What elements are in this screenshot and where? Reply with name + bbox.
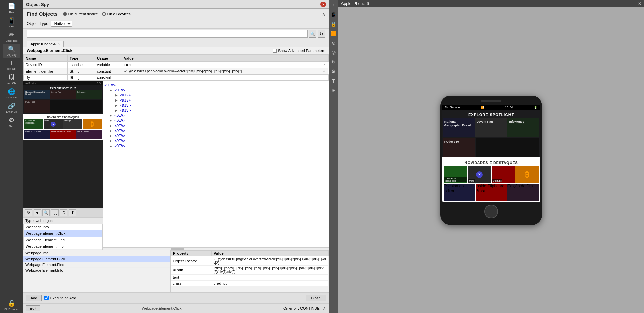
xml-expand-icon[interactable]: ▶: [110, 139, 112, 143]
xml-node[interactable]: <DIV>: [114, 118, 125, 123]
add-button[interactable]: Add: [26, 295, 42, 301]
sidebar-text-obj-item[interactable]: T Tex Obj: [3, 58, 20, 72]
xml-expand-icon[interactable]: ▶: [110, 113, 112, 118]
xml-node[interactable]: <DIV>: [114, 124, 125, 128]
xml-row[interactable]: <DIV>: [104, 83, 327, 88]
horiz-thumb[interactable]: [171, 248, 184, 250]
table-row: text: [171, 275, 329, 281]
dialog-close-button[interactable]: ✕: [320, 2, 326, 7]
nov-row2: Escolha do Editor Inside Flipboard Brasi…: [444, 184, 539, 201]
type-list-item-webpage-info[interactable]: Webpage.Info: [24, 224, 102, 230]
xml-row[interactable]: ▶ <DIV>: [104, 143, 327, 149]
xml-row[interactable]: ▶ <DIV>: [104, 138, 327, 143]
xml-expand-icon[interactable]: ▶: [110, 134, 112, 138]
execute-on-add-checkbox[interactable]: [44, 296, 49, 300]
edit-button[interactable]: Edit: [26, 305, 40, 311]
xml-row[interactable]: ▶ <DIV>: [104, 108, 327, 113]
preview-search-btn[interactable]: 🔍: [42, 209, 50, 216]
rs-grid-icon[interactable]: ⊞: [330, 87, 337, 94]
object-type-select[interactable]: Native Web: [51, 21, 72, 27]
xml-row[interactable]: ▶ <DIV>: [104, 93, 327, 98]
xml-row[interactable]: ▶ <DIV>: [104, 88, 327, 93]
xml-node[interactable]: <DIV>: [114, 88, 125, 92]
close-button[interactable]: Close: [306, 295, 326, 301]
tab-apple-iphone6[interactable]: Apple iPhone-6 ✕: [27, 41, 64, 47]
collapse-button[interactable]: ∧: [322, 11, 325, 17]
table-row[interactable]: Webpage.Element.Click: [23, 256, 170, 262]
xml-node[interactable]: <DIV>: [120, 103, 131, 108]
tab-close-icon[interactable]: ✕: [57, 42, 60, 46]
xml-horizontal-scrollbar[interactable]: [103, 247, 329, 250]
preview-refresh-btn[interactable]: ↻: [25, 209, 32, 216]
rs-target-icon[interactable]: ◎: [330, 49, 337, 56]
sidebar-rep-item[interactable]: ⚙ Rep: [3, 115, 20, 129]
rs-circle-icon[interactable]: ⊙: [330, 39, 337, 47]
xml-expand-icon[interactable]: ▶: [110, 118, 112, 123]
xml-expand-icon[interactable]: ▶: [115, 98, 118, 103]
xml-node[interactable]: <DIV>: [120, 98, 131, 103]
status-chevron-icon[interactable]: ∧: [323, 306, 326, 311]
phone-home-button[interactable]: [484, 205, 498, 218]
type-list-item-element-find[interactable]: Webpage.Element.Find: [24, 237, 102, 243]
sidebar-enter-text-item[interactable]: ✏ Enter text: [3, 30, 20, 43]
xml-node[interactable]: <DIV>: [114, 139, 125, 143]
device-minimize-button[interactable]: —: [632, 1, 637, 6]
xml-expand-icon[interactable]: ▶: [110, 124, 112, 128]
sidebar-device-item[interactable]: 📱 Dev: [3, 16, 20, 29]
search-button[interactable]: 🔍: [309, 30, 316, 38]
rs-refresh-icon[interactable]: ↻: [330, 58, 337, 66]
bitcoin-symbol: ₿: [525, 170, 529, 179]
xml-node[interactable]: <DIV>: [114, 134, 125, 138]
xml-row[interactable]: ▶ <DIV>: [104, 123, 327, 128]
device-close-button[interactable]: ✕: [638, 1, 641, 6]
sidebar-object-spy-item[interactable]: 🔍 Obj Spy: [3, 44, 20, 58]
execute-on-add-label[interactable]: Execute on Add: [44, 296, 76, 300]
on-current-device-radio[interactable]: On current device: [63, 12, 98, 16]
sidebar-image-obj-item[interactable]: 🖼 Ima Obj: [3, 72, 20, 86]
xml-row[interactable]: ▶ <DIV>: [104, 133, 327, 138]
xml-row[interactable]: ▶ <DIV>: [104, 128, 327, 133]
xml-row[interactable]: ▶ <DIV>: [104, 118, 327, 123]
xml-node[interactable]: <DIV>: [120, 93, 131, 97]
props-scroll[interactable]: Webpage.Info Webpage.Element.Click Webpa…: [23, 250, 170, 292]
xml-row[interactable]: ▶ <DIV>: [104, 98, 327, 103]
on-all-devices-radio[interactable]: On all devices: [102, 12, 131, 16]
xml-expand-icon[interactable]: ▶: [115, 93, 118, 97]
xml-expand-icon[interactable]: ▶: [110, 88, 112, 92]
show-advanced-checkbox[interactable]: [273, 49, 277, 53]
xml-expand-icon[interactable]: ▶: [115, 108, 118, 113]
rs-text-icon[interactable]: T: [330, 77, 337, 85]
tabs-row: Apple iPhone-6 ✕: [23, 39, 329, 47]
type-list-item-element-info[interactable]: Webpage.Element.Info: [24, 243, 102, 250]
xml-node[interactable]: <DIV>: [120, 108, 131, 113]
search-input[interactable]: [27, 30, 308, 38]
xml-row[interactable]: ▶ <DIV>: [104, 103, 327, 108]
sidebar-enter-url-item[interactable]: 🔗 Enter Url: [3, 101, 20, 114]
xml-node[interactable]: <DIV>: [114, 129, 125, 133]
preview-export-btn[interactable]: ⬆: [69, 209, 76, 216]
xml-node[interactable]: <DIV>: [104, 83, 116, 87]
xml-node[interactable]: <DIV>: [114, 144, 125, 148]
rs-chevron-right-icon[interactable]: ›: [330, 1, 337, 9]
device-title: Apple iPhone-6: [341, 1, 369, 6]
type-list-item-element-click[interactable]: Webpage.Element.Click: [24, 230, 102, 237]
xml-tree[interactable]: <DIV> ▶ <DIV> ▶ <DIV> ▶ <DIV>: [103, 81, 329, 247]
rs-device-icon[interactable]: 📱: [330, 11, 337, 18]
xml-node[interactable]: <DIV>: [114, 113, 125, 118]
sidebar-mobile-web-item[interactable]: 🌐 Mob We: [3, 87, 20, 100]
xml-row[interactable]: ▶ <DIV>: [104, 113, 327, 118]
show-advanced-label[interactable]: Show Advanced Parameters: [273, 49, 325, 53]
sidebar-file-item[interactable]: 📄 File: [3, 1, 20, 15]
xml-expand-icon[interactable]: ▶: [115, 103, 118, 108]
preview-fullscreen-btn[interactable]: ⛶: [51, 209, 59, 216]
rs-lock-icon[interactable]: 🔒: [330, 20, 337, 28]
rs-signal-icon[interactable]: 📶: [330, 30, 337, 37]
values-scroll[interactable]: Property Value Object Locator //*[@class…: [171, 250, 329, 292]
preview-zoom-btn[interactable]: ⊕: [60, 209, 67, 216]
rs-settings-icon[interactable]: ⚙: [330, 68, 337, 75]
preview-filter-btn[interactable]: ▼: [34, 209, 41, 216]
sidebar-str-encoder-item[interactable]: 🔒 Str Encoder: [3, 298, 20, 312]
xml-expand-icon[interactable]: ▶: [110, 144, 112, 148]
xml-expand-icon[interactable]: ▶: [110, 129, 112, 133]
refresh-button[interactable]: ↻: [318, 30, 325, 38]
